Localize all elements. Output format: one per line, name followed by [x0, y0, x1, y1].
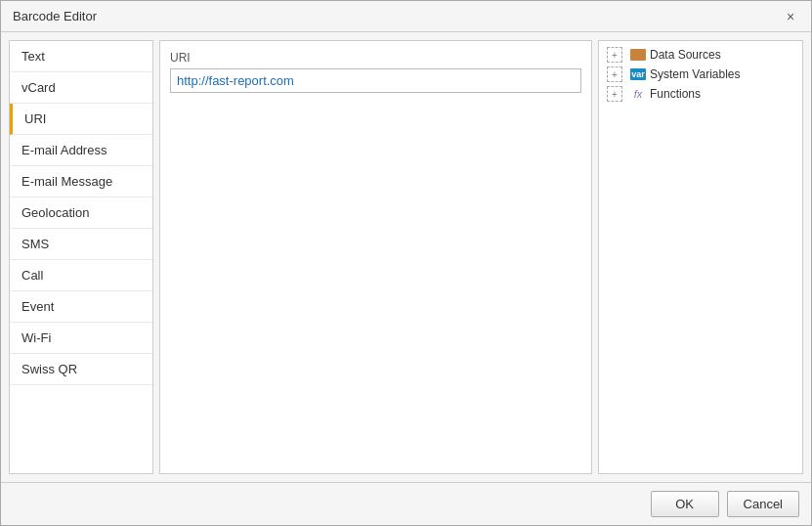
- sidebar-item-wifi[interactable]: Wi-Fi: [10, 323, 152, 354]
- dialog-title: Barcode Editor: [13, 9, 97, 23]
- data-sources-label: Data Sources: [650, 48, 721, 62]
- functions-icon: fx: [630, 88, 646, 100]
- functions-expander-icon[interactable]: +: [607, 86, 622, 102]
- dialog-footer: OK Cancel: [1, 482, 811, 525]
- sidebar-item-call[interactable]: Call: [10, 260, 152, 291]
- uri-field-label: URI: [170, 51, 581, 65]
- sidebar-item-geolocation[interactable]: Geolocation: [10, 197, 152, 229]
- sidebar-item-email-address[interactable]: E-mail Address: [10, 135, 152, 166]
- sidebar-item-uri[interactable]: URI: [10, 104, 152, 135]
- tree-item-functions[interactable]: +fxFunctions: [603, 84, 798, 104]
- sidebar-item-swiss-qr[interactable]: Swiss QR: [10, 354, 152, 385]
- sidebar-item-sms[interactable]: SMS: [10, 229, 152, 260]
- tree-item-system-variables[interactable]: +varSystem Variables: [603, 65, 798, 84]
- data-sources-icon: [630, 49, 646, 61]
- left-nav-panel: TextvCardURIE-mail AddressE-mail Message…: [9, 40, 153, 474]
- cancel-button[interactable]: Cancel: [727, 491, 799, 517]
- system-variables-expander-icon[interactable]: +: [607, 66, 622, 82]
- data-sources-expander-icon[interactable]: +: [607, 47, 622, 63]
- sidebar-item-event[interactable]: Event: [10, 291, 152, 323]
- sidebar-item-vcard[interactable]: vCard: [10, 72, 152, 104]
- sidebar-item-text[interactable]: Text: [10, 41, 152, 72]
- tree-item-data-sources[interactable]: +Data Sources: [603, 45, 798, 65]
- center-panel: URI: [159, 40, 592, 474]
- ok-button[interactable]: OK: [651, 491, 719, 517]
- system-variables-icon: var: [630, 68, 646, 80]
- title-bar: Barcode Editor ×: [1, 1, 811, 32]
- system-variables-label: System Variables: [650, 67, 740, 81]
- right-tree-panel: +Data Sources+varSystem Variables+fxFunc…: [598, 40, 803, 474]
- uri-input[interactable]: [170, 68, 581, 93]
- dialog-body: TextvCardURIE-mail AddressE-mail Message…: [1, 32, 811, 482]
- barcode-editor-dialog: Barcode Editor × TextvCardURIE-mail Addr…: [0, 0, 812, 526]
- sidebar-item-email-message[interactable]: E-mail Message: [10, 166, 152, 197]
- functions-label: Functions: [650, 87, 701, 101]
- close-button[interactable]: ×: [782, 8, 799, 25]
